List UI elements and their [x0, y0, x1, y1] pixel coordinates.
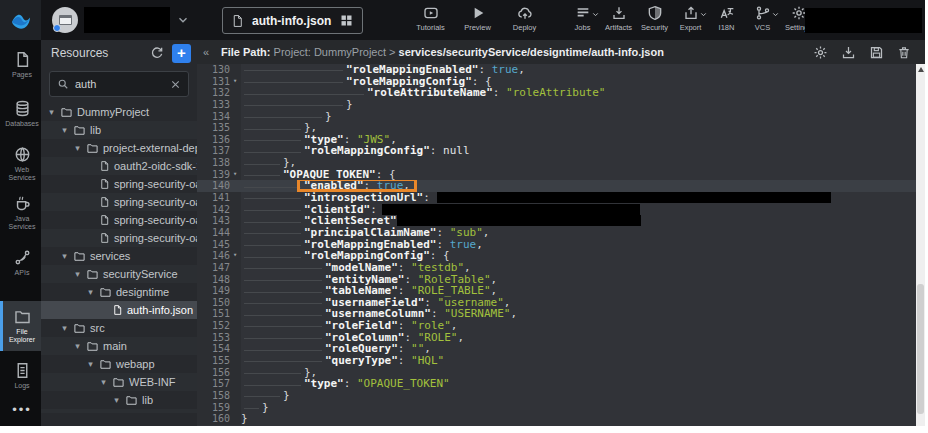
toolbar-button-artifacts[interactable]: Artifacts	[602, 4, 635, 32]
tree-expand-caret[interactable]: ▾	[60, 251, 69, 261]
tree-item-project-external-depend[interactable]: ▾project-external-depend	[41, 139, 197, 157]
toolbar-button-i18n[interactable]: I18N	[710, 4, 743, 32]
code-line-150[interactable]: 150"usernameField": "username",	[197, 297, 916, 309]
project-selector[interactable]	[52, 5, 190, 35]
tree-item-webapp[interactable]: ▾webapp	[41, 355, 197, 373]
toolbar-button-tutorials[interactable]: Tutorials	[414, 4, 447, 32]
rail-item-pages[interactable]: Pages	[0, 40, 41, 89]
code-line-153[interactable]: 153"roleColumn": "ROLE",	[197, 332, 916, 344]
code-line-157[interactable]: 157"type": "OPAQUE_TOKEN"	[197, 378, 916, 390]
code-editor[interactable]: 130"roleMappingEnabled": true,131▾"roleM…	[197, 64, 916, 426]
code-line-159[interactable]: 159}	[197, 402, 916, 414]
code-line-141[interactable]: 141"introspectionUrl":	[197, 192, 916, 204]
rail-item-java-services[interactable]: Java Services	[0, 188, 41, 237]
tree-item-lib[interactable]: ▾lib	[41, 121, 197, 139]
tree-expand-caret[interactable]: ▾	[112, 395, 121, 405]
save-file-button[interactable]	[869, 45, 884, 60]
code-line-152[interactable]: 152"roleField": "role",	[197, 320, 916, 332]
app-logo[interactable]	[0, 0, 41, 40]
tree-expand-caret[interactable]: ▾	[99, 377, 108, 387]
code-line-149[interactable]: 149"tableName": "ROLE_TABLE",	[197, 285, 916, 297]
tree-item-auth-info-json[interactable]: auth-info.json	[41, 301, 197, 319]
tree-expand-caret[interactable]: ▾	[86, 359, 95, 369]
tree-expand-caret[interactable]: ▾	[73, 341, 82, 351]
clear-search-button[interactable]	[170, 79, 181, 90]
refresh-button[interactable]	[150, 46, 164, 60]
rail-item-apis[interactable]: APIs	[0, 238, 41, 287]
tree-item-spring-security-oaut[interactable]: spring-security-oaut	[41, 211, 197, 229]
code-line-137[interactable]: 137"roleMappingConfig": null	[197, 145, 916, 157]
line-number: 148	[212, 274, 230, 286]
tree-item-oauth2-oidc-sdk-10[interactable]: oauth2-oidc-sdk-10	[41, 157, 197, 175]
code-line-154[interactable]: 154"roleQuery": "",	[197, 343, 916, 355]
toolbar-button-security[interactable]: Security	[638, 4, 671, 32]
collapse-panel-button[interactable]: «	[199, 43, 213, 61]
code-line-144[interactable]: 144"principalClaimName": "sub",	[197, 227, 916, 239]
code-line-147[interactable]: 147"modelName": "testdb",	[197, 262, 916, 274]
add-resource-button[interactable]: +	[172, 44, 191, 63]
tree-expand-caret[interactable]: ▾	[73, 269, 82, 279]
fold-caret-icon[interactable]: ▾	[231, 76, 239, 88]
tree-item-dummyproject[interactable]: ▾DummyProject	[41, 103, 197, 121]
toolbar-button-preview[interactable]: Preview	[461, 4, 494, 32]
code-line-135[interactable]: 135},	[197, 122, 916, 134]
code-line-138[interactable]: 138},	[197, 157, 916, 169]
tree-expand-caret[interactable]: ▾	[86, 287, 95, 297]
toolbar-button-deploy[interactable]: Deploy	[508, 4, 541, 32]
code-line-158[interactable]: 158}	[197, 390, 916, 402]
code-line-139[interactable]: 139▾"OPAQUE_TOKEN": {	[197, 169, 916, 181]
code-line-143[interactable]: 143"clientSecret":	[197, 215, 916, 227]
toolbar-button-export[interactable]: Export	[674, 4, 707, 32]
rail-item-more[interactable]: •••	[0, 400, 41, 426]
tree-item-lib[interactable]: ▾lib	[41, 391, 197, 409]
tree-item-oauth2-o[interactable]: oauth2-o	[41, 409, 197, 413]
tree-item-spring-security-oaut[interactable]: spring-security-oaut	[41, 193, 197, 211]
download-file-button[interactable]	[841, 45, 856, 60]
grid-layout-icon[interactable]	[339, 13, 354, 28]
scroll-up-arrow-icon[interactable]	[918, 67, 924, 72]
tree-item-main[interactable]: ▾main	[41, 337, 197, 355]
search-input[interactable]	[75, 78, 164, 90]
code-line-130[interactable]: 130"roleMappingEnabled": true,	[197, 64, 916, 76]
rail-item-file-explorer[interactable]: File Explorer	[0, 301, 41, 350]
tree-expand-caret[interactable]: ▾	[73, 143, 82, 153]
tree-item-web-inf[interactable]: ▾WEB-INF	[41, 373, 197, 391]
code-line-146[interactable]: 146▾"roleMappingConfig": {	[197, 250, 916, 262]
code-line-134[interactable]: 134}	[197, 111, 916, 123]
code-line-151[interactable]: 151"usernameColumn": "USERNAME",	[197, 308, 916, 320]
tree-expand-caret[interactable]: ▾	[60, 323, 69, 333]
fold-caret-icon[interactable]: ▾	[231, 169, 239, 181]
code-line-142[interactable]: 142"clientId":	[197, 204, 916, 216]
tree-item-spring-security-oaut[interactable]: spring-security-oaut	[41, 175, 197, 193]
code-line-160[interactable]: 160}	[197, 413, 916, 425]
tree-expand-caret[interactable]: ▾	[47, 107, 56, 117]
tree-item-securityservice[interactable]: ▾securityService	[41, 265, 197, 283]
editor-scrollbar[interactable]	[916, 64, 925, 426]
tree-item-designtime[interactable]: ▾designtime	[41, 283, 197, 301]
tree-folder-icon	[125, 394, 138, 406]
project-name-redacted	[84, 7, 170, 33]
code-line-133[interactable]: 133}	[197, 99, 916, 111]
code-line-148[interactable]: 148"entityName": "RoleTable",	[197, 274, 916, 286]
rail-item-web-services[interactable]: Web Services	[0, 139, 41, 188]
code-line-145[interactable]: 145"roleMappingEnabled": true,	[197, 239, 916, 251]
code-line-136[interactable]: 136"type": "JWS",	[197, 134, 916, 146]
tree-item-spring-security-oaut[interactable]: spring-security-oaut	[41, 229, 197, 247]
scrollbar-thumb[interactable]	[917, 284, 924, 414]
code-line-140[interactable]: 140"enabled": true,	[197, 180, 916, 192]
tree-expand-caret[interactable]: ▾	[60, 125, 69, 135]
code-line-132[interactable]: 132"roleAttributeName": "roleAttribute"	[197, 87, 916, 99]
fold-caret-icon[interactable]: ▾	[231, 250, 239, 262]
tree-item-src[interactable]: ▾src	[41, 319, 197, 337]
code-line-155[interactable]: 155"queryType": "HQL"	[197, 355, 916, 367]
rail-item-databases[interactable]: Databases	[0, 89, 41, 138]
code-line-156[interactable]: 156},	[197, 367, 916, 379]
toolbar-button-jobs[interactable]: Jobs	[566, 4, 599, 32]
toolbar-button-vcs[interactable]: VCS	[746, 4, 779, 32]
open-file-tab[interactable]: auth-info.json	[222, 7, 363, 34]
rail-item-logs[interactable]: Logs	[0, 351, 41, 400]
tree-item-services[interactable]: ▾services	[41, 247, 197, 265]
code-line-131[interactable]: 131▾"roleMappingConfig": {	[197, 76, 916, 88]
file-settings-button[interactable]	[813, 45, 828, 60]
delete-file-button[interactable]	[897, 45, 911, 60]
